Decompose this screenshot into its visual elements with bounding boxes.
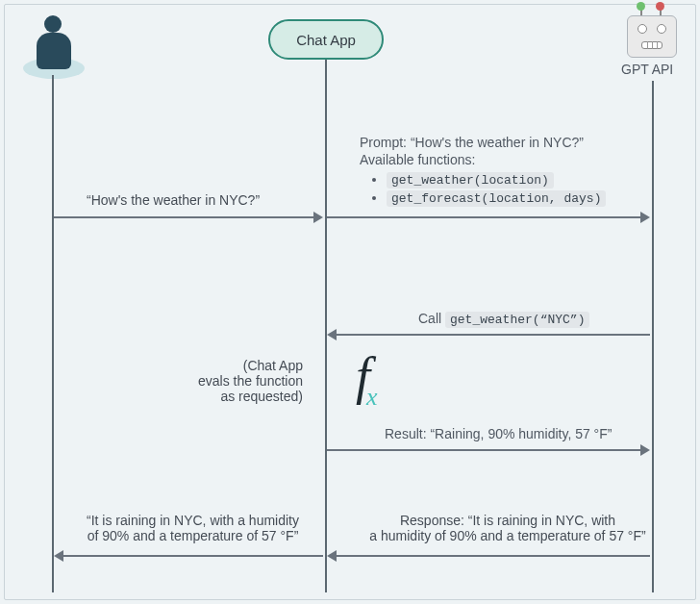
arrowhead-api-to-app-response [327,550,337,562]
final-l1: “It is raining in NYC, with a humidity [61,513,325,528]
response-l2: a humidity of 90% and a temperature of 5… [363,528,652,543]
arrowhead-app-to-user [54,550,63,562]
func2-item: get_forecast(location, days) [387,189,606,206]
api-label: GPT API [621,62,673,77]
msg-response: Response: “It is raining in NYC, with a … [363,513,652,543]
func2-code: get_forecast(location, days) [387,190,606,207]
prompt-text: Prompt: “How's the weather in NYC?” [360,135,606,150]
final-l2: of 90% and a temperature of 57 °F” [61,528,325,543]
eval-note: (Chat App evals the function as requeste… [178,358,303,404]
arrow-app-to-api [327,216,642,218]
arrow-app-to-api-result [327,449,642,451]
eval-note-l2: evals the function [178,373,303,389]
response-l1: Response: “It is raining in NYC, with [363,513,652,528]
arrow-api-to-app-response [337,555,650,557]
arrowhead-app-to-api [640,212,650,223]
msg-result: Result: “Raining, 90% humidity, 57 °F” [385,426,612,441]
diagram-frame [4,4,696,600]
fx-x: x [366,383,378,411]
call-code: get_weather(“NYC”) [445,312,589,328]
arrowhead-user-to-app [313,212,323,223]
lifeline-api [652,81,654,592]
msg-app-to-api: Prompt: “How's the weather in NYC?” Avai… [360,135,606,208]
eval-note-l3: as requested) [178,389,303,404]
user-icon [19,10,88,77]
available-functions-label: Available functions: [360,152,606,167]
eval-note-l1: (Chat App [178,358,303,373]
arrowhead-app-to-api-result [640,444,650,456]
chat-app-label: Chat App [296,32,356,48]
arrowhead-api-to-app-call [327,329,337,340]
msg-final: “It is raining in NYC, with a humidity o… [61,513,325,543]
chat-app-node: Chat App [268,19,384,60]
call-label: Call [418,311,441,326]
func1-item: get_weather(location) [387,171,606,188]
lifeline-chat-app [325,60,327,592]
fx-symbol: fx [356,346,382,406]
arrow-api-to-app-call [337,334,650,336]
msg-user-to-app: “How's the weather in NYC?” [87,192,260,208]
arrow-app-to-user [63,555,323,557]
func1-code: get_weather(location) [387,172,554,189]
lifeline-user [52,75,54,592]
msg-api-to-app-call: Call get_weather(“NYC”) [418,311,589,327]
arrow-user-to-app [54,216,315,218]
